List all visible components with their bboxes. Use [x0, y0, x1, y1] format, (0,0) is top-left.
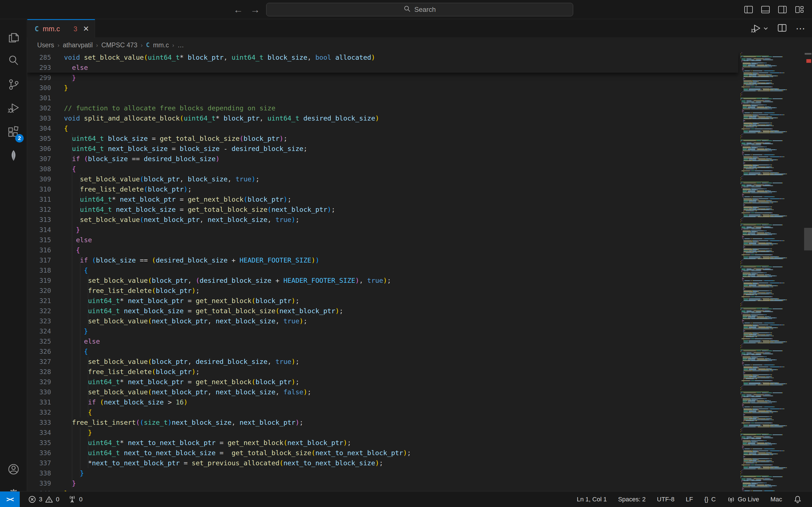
code-line[interactable]: 335 uint64_t* next_to_next_block_ptr = g…: [27, 438, 738, 448]
code-line[interactable]: 305 uint64_t block_size = get_total_bloc…: [27, 133, 738, 144]
code-text: uint64_t* next_to_next_block_ptr = get_n…: [64, 438, 738, 448]
account-button[interactable]: [0, 459, 27, 481]
code-line[interactable]: 303void split_and_allocate_block(uint64_…: [27, 113, 738, 123]
code-line[interactable]: 327 set_block_value(block_ptr, desired_b…: [27, 356, 738, 367]
code-line[interactable]: 301: [27, 93, 738, 103]
code-line[interactable]: 315 else: [27, 235, 738, 245]
code-line[interactable]: 326 {: [27, 346, 738, 356]
code-text: }: [64, 326, 738, 336]
sidebar-item-run-debug[interactable]: [0, 98, 27, 119]
code-line[interactable]: 328 free_list_delete(block_ptr);: [27, 367, 738, 377]
indent-guide: [88, 438, 88, 448]
code-line[interactable]: 332 {: [27, 407, 738, 417]
code-line[interactable]: 331 if (next_block_size > 16): [27, 397, 738, 407]
code-line[interactable]: 307 if (block_size == desired_block_size…: [27, 154, 738, 164]
os-indicator[interactable]: Mac: [770, 496, 782, 503]
scrollbar-slider[interactable]: [804, 228, 812, 250]
sidebar-item-explorer[interactable]: [0, 27, 27, 49]
code-line[interactable]: 324 }: [27, 326, 738, 336]
code-line[interactable]: 316 {: [27, 245, 738, 255]
code-line[interactable]: 310 free_list_delete(block_ptr);: [27, 184, 738, 194]
code-line[interactable]: 325 else: [27, 336, 738, 346]
run-debug-file-button[interactable]: [751, 23, 769, 34]
code-line[interactable]: 330 set_block_value(next_block_ptr, next…: [27, 387, 738, 397]
code-line[interactable]: 323 set_block_value(next_block_ptr, next…: [27, 316, 738, 326]
code-line[interactable]: 293 else: [27, 62, 738, 73]
split-editor-button[interactable]: [777, 23, 787, 34]
code-line[interactable]: 300}: [27, 83, 738, 93]
breadcrumb-item[interactable]: CMPSC 473: [101, 41, 138, 49]
code-line[interactable]: 336 uint64_t next_to_next_block_size = g…: [27, 448, 738, 458]
notifications-bell-button[interactable]: [794, 495, 802, 504]
code-line[interactable]: 319 set_block_value(block_ptr, (desired_…: [27, 276, 738, 286]
ports-indicator[interactable]: 0: [68, 495, 83, 504]
code-line[interactable]: 329 uint64_t* next_block_ptr = get_next_…: [27, 377, 738, 387]
code-text: *next_to_next_block_ptr = set_previous_a…: [64, 458, 738, 468]
code-line[interactable]: 340}: [27, 489, 738, 491]
problems-indicator[interactable]: 3 0: [28, 496, 59, 503]
go-live-button[interactable]: Go Live: [727, 496, 759, 503]
indentation-setting[interactable]: Spaces: 2: [618, 496, 646, 503]
code-line[interactable]: 308 {: [27, 164, 738, 174]
toggle-secondary-sidebar-icon[interactable]: [777, 5, 787, 14]
code-line[interactable]: 334 }: [27, 428, 738, 438]
remote-indicator[interactable]: ><: [0, 492, 20, 507]
code-line[interactable]: 317 if (block_size == (desired_block_siz…: [27, 255, 738, 265]
code-line[interactable]: 285void set_block_value(uint64_t* block_…: [27, 52, 738, 62]
forward-button[interactable]: →: [250, 4, 260, 15]
code-text: set_block_value(block_ptr, (desired_bloc…: [64, 276, 738, 286]
line-number: 324: [27, 326, 51, 336]
code-line[interactable]: 322 uint64_t next_block_size = get_total…: [27, 306, 738, 316]
breadcrumb-item[interactable]: …: [177, 41, 184, 49]
code-line[interactable]: 320 free_list_delete(block_ptr);: [27, 286, 738, 296]
close-icon[interactable]: ✕: [83, 24, 89, 33]
toggle-panel-icon[interactable]: [761, 5, 770, 14]
sidebar-item-mongodb[interactable]: [0, 145, 27, 167]
code-line[interactable]: 304{: [27, 123, 738, 133]
sidebar-item-source-control[interactable]: [0, 74, 27, 96]
cursor-position[interactable]: Ln 1, Col 1: [577, 496, 607, 503]
minimap[interactable]: [738, 52, 804, 491]
code-line[interactable]: 318 {: [27, 265, 738, 276]
code-text: if (block_size == desired_block_size): [64, 154, 738, 164]
customize-layout-icon[interactable]: [795, 5, 804, 14]
code-line[interactable]: 306 uint64_t next_block_size = block_siz…: [27, 144, 738, 154]
scrollbar[interactable]: [804, 52, 812, 491]
code-line[interactable]: 299 }: [27, 73, 738, 83]
eol-setting[interactable]: LF: [686, 496, 693, 503]
code-line[interactable]: 337 *next_to_next_block_ptr = set_previo…: [27, 458, 738, 468]
code-line[interactable]: 302// function to allocate free blocks d…: [27, 103, 738, 113]
encoding-setting[interactable]: UTF-8: [657, 496, 674, 503]
sidebar-item-search[interactable]: [0, 50, 27, 71]
editor[interactable]: 299 }300}301302// function to allocate f…: [27, 52, 812, 491]
code-line[interactable]: 314 }: [27, 225, 738, 235]
breadcrumb-item[interactable]: Users: [37, 41, 54, 49]
indent-guide: [72, 336, 72, 346]
code-line[interactable]: 339 }: [27, 478, 738, 489]
line-number: 321: [27, 296, 51, 306]
code-line[interactable]: 338 }: [27, 468, 738, 478]
code-text: void split_and_allocate_block(uint64_t* …: [64, 113, 738, 123]
title-bar: ← → Search: [0, 0, 812, 19]
line-number: 304: [27, 123, 51, 133]
more-actions-button[interactable]: ⋯: [796, 23, 805, 34]
line-number: 338: [27, 468, 51, 478]
search-input[interactable]: Search: [266, 3, 573, 16]
code-line[interactable]: 313 set_block_value(next_block_ptr, next…: [27, 215, 738, 225]
code-line[interactable]: 311 uint64_t* next_block_ptr = get_next_…: [27, 194, 738, 205]
code-text: }: [64, 225, 738, 235]
breadcrumb-item[interactable]: mm.c: [153, 41, 169, 49]
code-line[interactable]: 333 free_list_insert((size_t)next_block_…: [27, 417, 738, 428]
back-button[interactable]: ←: [234, 4, 243, 15]
indent-guide: [72, 154, 72, 164]
language-mode[interactable]: {} C: [704, 496, 716, 503]
code-line[interactable]: 312 uint64_t next_block_size = get_total…: [27, 205, 738, 215]
toggle-primary-sidebar-icon[interactable]: [744, 5, 753, 14]
sidebar-item-extensions[interactable]: 2: [0, 122, 27, 143]
breadcrumb-item[interactable]: atharvpatil: [63, 41, 93, 49]
line-number: 316: [27, 245, 51, 255]
code-line[interactable]: 321 uint64_t* next_block_ptr = get_next_…: [27, 296, 738, 306]
tab-mm.c[interactable]: C mm.c 3 ✕: [28, 19, 95, 38]
code-line[interactable]: 309 set_block_value(block_ptr, block_siz…: [27, 174, 738, 184]
chevron-right-icon: ›: [141, 42, 143, 48]
